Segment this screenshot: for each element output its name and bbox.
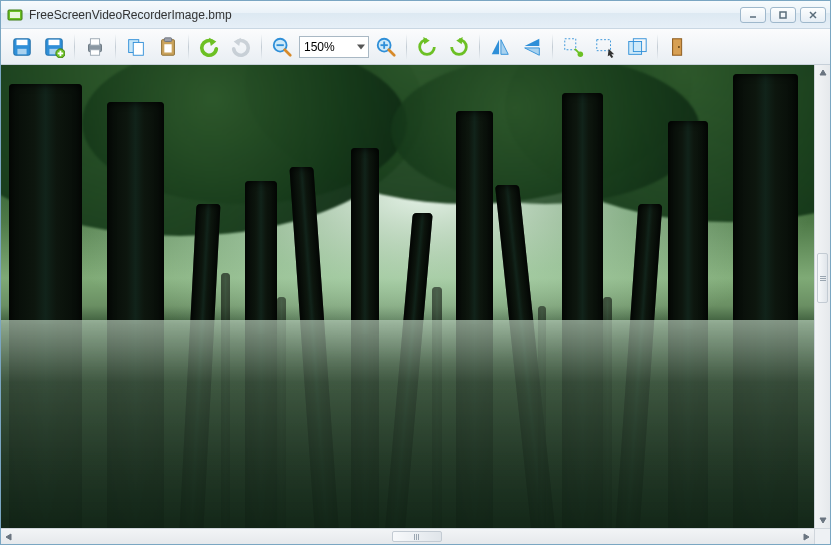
copy-button[interactable] — [121, 32, 151, 62]
window-controls — [740, 7, 826, 23]
app-icon — [7, 7, 23, 23]
svg-marker-33 — [456, 36, 462, 43]
exit-button[interactable] — [663, 32, 693, 62]
svg-rect-10 — [49, 39, 60, 45]
svg-rect-1 — [10, 12, 20, 18]
minimize-button[interactable] — [740, 7, 766, 23]
svg-rect-8 — [17, 48, 26, 54]
crop-button[interactable] — [622, 32, 652, 62]
vertical-scroll-track[interactable] — [815, 81, 830, 512]
redo-button — [226, 32, 256, 62]
scroll-left-button[interactable] — [1, 529, 17, 545]
horizontal-scroll-thumb[interactable] — [392, 531, 442, 542]
rotate-left-button[interactable] — [412, 32, 442, 62]
maximize-button[interactable] — [770, 7, 796, 23]
toolbar-separator — [552, 34, 553, 60]
zoom-in-button[interactable] — [371, 32, 401, 62]
svg-rect-41 — [597, 39, 611, 50]
resize-button[interactable] — [558, 32, 588, 62]
dropdown-caret-icon[interactable] — [357, 44, 365, 49]
svg-rect-38 — [565, 38, 576, 49]
svg-rect-3 — [780, 12, 786, 18]
svg-line-29 — [389, 49, 395, 55]
window-title: FreeScreenVideoRecorderImage.bmp — [29, 8, 740, 22]
svg-rect-21 — [164, 37, 171, 41]
toolbar-separator — [74, 34, 75, 60]
svg-marker-51 — [804, 534, 809, 540]
scroll-right-button[interactable] — [798, 529, 814, 545]
close-button[interactable] — [800, 7, 826, 23]
svg-rect-16 — [90, 38, 99, 44]
svg-rect-7 — [17, 39, 28, 45]
rotate-right-button[interactable] — [444, 32, 474, 62]
vertical-scrollbar[interactable] — [814, 65, 830, 528]
toolbar-separator — [261, 34, 262, 60]
image-content — [1, 65, 814, 528]
select-button[interactable] — [590, 32, 620, 62]
svg-rect-17 — [90, 49, 99, 55]
svg-rect-43 — [629, 41, 642, 54]
undo-button[interactable] — [194, 32, 224, 62]
svg-marker-32 — [423, 36, 429, 43]
svg-marker-36 — [525, 38, 540, 45]
svg-marker-48 — [820, 70, 826, 75]
print-button[interactable] — [80, 32, 110, 62]
toolbar-separator — [188, 34, 189, 60]
svg-marker-37 — [525, 47, 540, 54]
toolbar: 150% — [1, 29, 830, 65]
scroll-corner — [814, 528, 830, 544]
content-area — [1, 65, 830, 544]
toolbar-separator — [115, 34, 116, 60]
zoom-out-button[interactable] — [267, 32, 297, 62]
horizontal-scroll-track[interactable] — [17, 529, 798, 544]
svg-rect-22 — [164, 44, 171, 52]
flip-vertical-button[interactable] — [517, 32, 547, 62]
svg-marker-24 — [234, 37, 241, 45]
horizontal-scrollbar[interactable] — [1, 528, 814, 544]
zoom-level-value: 150% — [304, 40, 335, 54]
svg-line-40 — [575, 48, 580, 53]
svg-point-47 — [678, 46, 680, 48]
flip-horizontal-button[interactable] — [485, 32, 515, 62]
paste-button[interactable] — [153, 32, 183, 62]
svg-marker-34 — [492, 39, 499, 54]
svg-marker-42 — [608, 48, 614, 57]
svg-marker-23 — [209, 37, 216, 45]
svg-marker-50 — [6, 534, 11, 540]
save-button[interactable] — [7, 32, 37, 62]
toolbar-separator — [479, 34, 480, 60]
toolbar-separator — [406, 34, 407, 60]
app-window: FreeScreenVideoRecorderImage.bmp — [0, 0, 831, 545]
svg-marker-35 — [501, 39, 508, 54]
toolbar-separator — [657, 34, 658, 60]
vertical-scroll-thumb[interactable] — [817, 253, 828, 303]
svg-marker-49 — [820, 518, 826, 523]
zoom-level-input[interactable]: 150% — [299, 36, 369, 58]
svg-line-26 — [285, 49, 291, 55]
image-canvas[interactable] — [1, 65, 814, 528]
titlebar[interactable]: FreeScreenVideoRecorderImage.bmp — [1, 1, 830, 29]
save-as-button[interactable] — [39, 32, 69, 62]
svg-rect-19 — [133, 42, 143, 55]
scroll-down-button[interactable] — [815, 512, 831, 528]
scroll-up-button[interactable] — [815, 65, 831, 81]
